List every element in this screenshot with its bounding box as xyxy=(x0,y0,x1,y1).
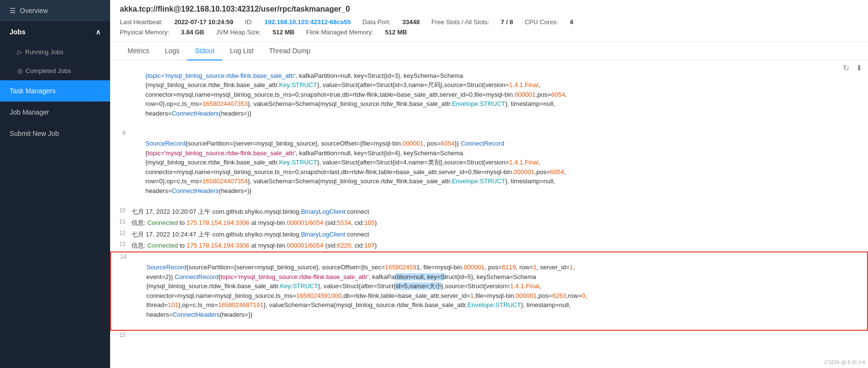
sidebar-label-job-manager: Job Manager xyxy=(10,108,49,116)
line-content-10: 七月 17, 2022 10:20:07 上午 com.github.shyik… xyxy=(129,206,868,218)
tab-log-list[interactable]: Log List xyxy=(222,42,261,60)
line-content-12: 七月 17, 2022 10:24:47 上午 com.github.shyik… xyxy=(129,229,868,240)
id-label: ID: xyxy=(245,18,253,26)
line-content: {topic='mysql_binlog_source.rtdw-flink.b… xyxy=(129,60,868,129)
log-row-8-cont: {topic='mysql_binlog_source.rtdw-flink.b… xyxy=(110,60,868,129)
line-content-15 xyxy=(129,331,868,333)
log-row-9: 9 SourceRecord{sourcePartition={server=m… xyxy=(110,129,868,206)
log-row-15: 15 xyxy=(110,331,868,339)
free-slots-label: Free Slots / All Slots: xyxy=(431,18,489,26)
sidebar-label-jobs: Jobs xyxy=(10,28,26,36)
running-icon: ▷ xyxy=(17,48,22,56)
sidebar: ☰ Overview Jobs ∧ ▷ Running Jobs ◎ Compl… xyxy=(0,0,110,368)
sidebar-item-task-managers[interactable]: Task Managers xyxy=(0,80,110,102)
free-slots-value: 7 / 8 xyxy=(501,18,513,26)
main-content: akka.tcp://flink@192.168.10.103:42312/us… xyxy=(110,0,868,368)
data-port-value: 33448 xyxy=(402,18,420,26)
flink-managed-value: 512 MB xyxy=(385,29,407,36)
sidebar-item-overview[interactable]: ☰ Overview xyxy=(0,0,110,21)
last-heartbeat-value: 2022-07-17 10:24:59 xyxy=(174,18,233,26)
log-toolbar: ↻ ⬇ xyxy=(841,62,864,74)
line-content-9: SourceRecord{sourcePartition={server=mys… xyxy=(129,129,868,206)
sidebar-item-job-manager[interactable]: Job Manager xyxy=(0,102,110,123)
download-button[interactable]: ⬇ xyxy=(854,62,864,74)
log-row-10: 10 七月 17, 2022 10:20:07 上午 com.github.sh… xyxy=(110,206,868,218)
line-num-10: 10 xyxy=(110,206,129,215)
sidebar-label-submit-new-job: Submit New Job xyxy=(10,130,59,137)
line-num-13: 13 xyxy=(110,240,129,249)
page-title: akka.tcp://flink@192.168.10.103:42312/us… xyxy=(120,5,858,14)
line-num-15: 15 xyxy=(110,331,129,339)
log-row-12: 12 七月 17, 2022 10:24:47 上午 com.github.sh… xyxy=(110,229,868,240)
cpu-cores-value: 4 xyxy=(570,18,573,26)
physical-memory-value: 3.84 GB xyxy=(181,29,204,36)
line-num-11: 11 xyxy=(110,217,129,226)
flink-managed-label: Flink Managed Memory: xyxy=(306,29,373,36)
sidebar-section-jobs[interactable]: Jobs ∧ xyxy=(0,21,110,43)
sidebar-label-running-jobs: Running Jobs xyxy=(25,48,64,56)
line-content-14: SourceRecord{sourcePartition={server=mys… xyxy=(130,252,867,330)
sidebar-label-completed-jobs: Completed Jobs xyxy=(26,67,71,74)
tab-logs[interactable]: Logs xyxy=(157,42,187,60)
log-area[interactable]: ↻ ⬇ {topic='mysql_binlog_source.rtdw-fli… xyxy=(110,60,868,368)
cpu-cores-label: CPU Cores: xyxy=(525,18,558,26)
overview-icon: ☰ xyxy=(10,7,16,15)
last-heartbeat-label: Last Heartbeat: xyxy=(120,18,163,26)
sidebar-item-running-jobs[interactable]: ▷ Running Jobs xyxy=(0,43,110,61)
log-row-11: 11 信息: Connected to 175.178.154.194:3306… xyxy=(110,217,868,229)
tab-metrics[interactable]: Metrics xyxy=(120,42,157,60)
completed-icon: ◎ xyxy=(17,67,23,74)
info-row-1: Last Heartbeat: 2022-07-17 10:24:59 ID: … xyxy=(120,18,858,26)
line-num-9: 9 xyxy=(110,129,129,137)
jvm-heap-value: 512 MB xyxy=(272,29,295,36)
jvm-heap-label: JVM Heap Size: xyxy=(216,29,261,36)
log-row-13: 13 信息: Connected to 175.178.154.194:3306… xyxy=(110,240,868,251)
chevron-up-icon: ∧ xyxy=(96,28,100,36)
info-row-2: Physical Memory: 3.84 GB JVM Heap Size: … xyxy=(120,29,858,36)
line-num-12: 12 xyxy=(110,229,129,237)
tab-thread-dump[interactable]: Thread Dump xyxy=(261,42,318,60)
watermark: CSDN @卡尔小4 xyxy=(824,359,865,366)
log-row-14: 14 SourceRecord{sourcePartition={server=… xyxy=(110,251,868,331)
sidebar-label-task-managers: Task Managers xyxy=(10,87,56,95)
line-num xyxy=(110,60,129,62)
line-content-13: 信息: Connected to 175.178.154.194:3306 at… xyxy=(129,240,868,251)
refresh-button[interactable]: ↻ xyxy=(841,62,851,74)
tab-stdout[interactable]: Stdout xyxy=(187,42,222,60)
physical-memory-label: Physical Memory: xyxy=(120,29,170,36)
line-num-14: 14 xyxy=(111,252,130,261)
sidebar-item-submit-new-job[interactable]: Submit New Job xyxy=(0,123,110,144)
id-value: 192.168.10.103:42312-68ca55 xyxy=(265,18,351,26)
page-header: akka.tcp://flink@192.168.10.103:42312/us… xyxy=(110,0,868,42)
data-port-label: Data Port: xyxy=(362,18,391,26)
line-content-11: 信息: Connected to 175.178.154.194:3306 at… xyxy=(129,217,868,229)
sidebar-label-overview: Overview xyxy=(20,7,48,15)
tab-bar: Metrics Logs Stdout Log List Thread Dump xyxy=(110,42,868,60)
sidebar-item-completed-jobs[interactable]: ◎ Completed Jobs xyxy=(0,61,110,80)
